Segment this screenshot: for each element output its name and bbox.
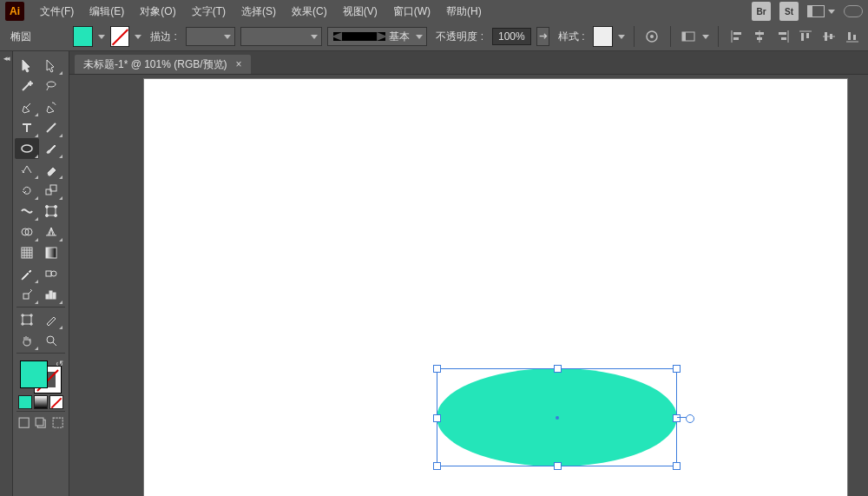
none-mode-icon[interactable] [49, 395, 63, 409]
document-tab[interactable]: 未标题-1* @ 101% (RGB/预览) × [75, 55, 251, 74]
resize-handle-top-left[interactable] [433, 365, 441, 373]
layout-icon [807, 5, 825, 17]
stroke-weight-dropdown[interactable] [186, 27, 235, 46]
color-mode-icon[interactable] [18, 395, 32, 409]
stroke-swatch[interactable] [110, 26, 130, 47]
align-to-icon[interactable] [680, 27, 698, 46]
svg-rect-32 [46, 294, 49, 299]
chevron-down-icon [224, 35, 231, 39]
align-hcenter-icon[interactable] [751, 27, 769, 46]
pen-tool[interactable] [15, 96, 39, 117]
resize-handle-bottom-right[interactable] [673, 462, 681, 470]
draw-normal-icon[interactable] [18, 417, 30, 429]
chevron-down-icon[interactable] [702, 35, 709, 39]
resize-handle-mid-right[interactable] [673, 414, 681, 422]
menu-window[interactable]: 窗口(W) [386, 3, 437, 21]
curvature-tool[interactable] [39, 96, 63, 117]
slice-tool[interactable] [39, 309, 63, 330]
chevron-down-icon[interactable] [618, 35, 625, 39]
selected-ellipse[interactable] [437, 368, 677, 466]
draw-inside-icon[interactable] [52, 417, 63, 429]
app-logo-icon: Ai [5, 2, 24, 21]
eyedropper-tool[interactable] [15, 263, 39, 284]
menu-file[interactable]: 文件(F) [33, 3, 81, 21]
ellipse-tool[interactable] [15, 138, 39, 159]
stock-button[interactable]: St [779, 2, 799, 21]
svg-rect-34 [53, 293, 56, 299]
paintbrush-tool[interactable] [39, 138, 63, 159]
svg-point-21 [46, 206, 49, 208]
workspace-switcher[interactable] [807, 5, 835, 17]
panel-collapse-handle[interactable]: ◂◂ [0, 51, 13, 496]
brush-dropdown[interactable]: 基本 [327, 27, 427, 46]
magic-wand-tool[interactable] [15, 76, 39, 96]
svg-point-1 [650, 35, 654, 38]
line-tool[interactable] [39, 117, 63, 138]
opacity-stepper[interactable] [536, 27, 549, 46]
menu-edit[interactable]: 编辑(E) [82, 3, 131, 21]
close-icon[interactable]: × [236, 58, 242, 70]
sync-cloud-icon[interactable] [844, 2, 863, 21]
perspective-grid-tool[interactable] [39, 222, 63, 242]
direct-selection-tool[interactable] [39, 55, 63, 76]
zoom-tool[interactable] [39, 330, 63, 351]
align-top-icon[interactable] [797, 27, 815, 46]
shaper-tool[interactable] [15, 159, 39, 180]
selection-tool[interactable] [15, 55, 39, 76]
resize-handle-bottom-mid[interactable] [554, 462, 562, 470]
menu-view[interactable]: 视图(V) [336, 3, 385, 21]
hand-tool[interactable] [15, 330, 39, 351]
canvas[interactable] [69, 75, 868, 496]
menu-select[interactable]: 选择(S) [234, 3, 283, 21]
symbol-sprayer-tool[interactable] [15, 284, 39, 305]
resize-handle-top-right[interactable] [673, 365, 681, 373]
blend-tool[interactable] [39, 263, 63, 284]
shape-builder-tool[interactable] [15, 222, 39, 242]
brush-stroke-icon [333, 32, 385, 41]
separator [634, 26, 635, 47]
bridge-button[interactable]: Br [752, 2, 771, 21]
column-graph-tool[interactable] [39, 284, 63, 305]
width-tool[interactable] [15, 201, 39, 222]
free-transform-tool[interactable] [39, 201, 63, 222]
type-tool[interactable] [15, 117, 39, 138]
menu-type[interactable]: 文字(T) [185, 3, 233, 21]
mesh-tool[interactable] [15, 242, 39, 263]
variable-width-dropdown[interactable] [240, 27, 322, 46]
opacity-input[interactable]: 100% [492, 28, 531, 45]
graphic-style-swatch[interactable] [593, 26, 613, 47]
fill-stroke-control[interactable]: ↺ [18, 359, 63, 393]
scale-tool[interactable] [39, 180, 63, 201]
chevron-down-icon[interactable] [135, 35, 141, 39]
svg-rect-31 [23, 294, 29, 299]
menu-effect[interactable]: 效果(C) [285, 3, 334, 21]
align-bottom-icon[interactable] [843, 27, 861, 46]
svg-rect-29 [46, 271, 51, 276]
rotate-tool[interactable] [15, 180, 39, 201]
svg-rect-37 [19, 418, 29, 427]
draw-behind-icon[interactable] [35, 417, 46, 429]
resize-handle-top-mid[interactable] [554, 365, 562, 373]
resize-handle-bottom-left[interactable] [433, 462, 441, 470]
svg-rect-4 [733, 32, 741, 35]
chevron-down-icon [828, 10, 835, 14]
gradient-mode-icon[interactable] [34, 395, 48, 409]
chevron-down-icon[interactable] [98, 35, 105, 39]
svg-rect-33 [49, 291, 52, 299]
gradient-tool[interactable] [39, 242, 63, 263]
svg-rect-14 [848, 32, 851, 40]
recolor-artwork-icon[interactable] [643, 27, 661, 46]
menu-object[interactable]: 对象(O) [133, 3, 182, 21]
fill-color-icon[interactable] [20, 360, 48, 388]
menu-help[interactable]: 帮助(H) [439, 3, 489, 21]
lasso-tool[interactable] [39, 76, 63, 96]
eraser-tool[interactable] [39, 159, 63, 180]
fill-swatch[interactable] [73, 26, 93, 47]
resize-handle-mid-left[interactable] [433, 414, 441, 422]
artboard-tool[interactable] [15, 309, 39, 330]
align-right-icon[interactable] [774, 27, 792, 46]
align-left-icon[interactable] [727, 27, 746, 46]
pie-widget-handle[interactable] [686, 414, 694, 423]
align-vcenter-icon[interactable] [820, 27, 838, 46]
svg-point-36 [47, 336, 54, 343]
